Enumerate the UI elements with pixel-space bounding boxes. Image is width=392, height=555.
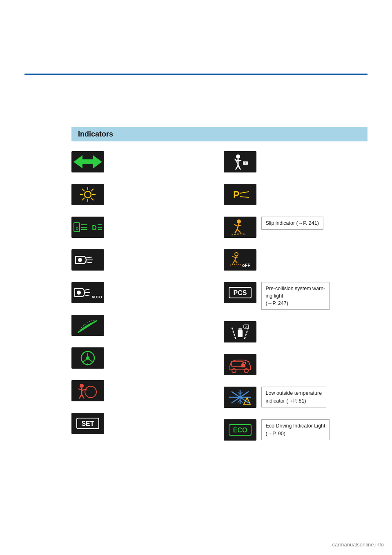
snowflake-callout: Low outside temperatureindicator (→P. 81…: [261, 387, 327, 407]
svg-line-67: [235, 257, 238, 257]
svg-line-57: [240, 197, 249, 197]
svg-point-80: [232, 369, 236, 373]
svg-point-58: [237, 219, 241, 224]
svg-line-33: [83, 359, 87, 362]
svg-text:!: !: [245, 162, 246, 165]
svg-text:P: P: [233, 189, 239, 200]
svg-text:!: !: [246, 400, 247, 404]
svg-line-27: [85, 295, 89, 296]
svg-line-66: [232, 256, 235, 257]
list-item: SET: [71, 413, 216, 434]
list-item: P: [224, 184, 368, 205]
svg-line-40: [79, 394, 82, 398]
svg-point-42: [85, 386, 96, 398]
seatbelt-icon: !: [224, 151, 256, 172]
indicators-title: Indicators: [78, 130, 113, 139]
svg-marker-1: [82, 155, 102, 168]
parking-brake-icon: P: [224, 184, 256, 205]
slip-indicator-icon: [224, 217, 256, 238]
set-icon: SET: [71, 413, 104, 434]
svg-text:!: !: [87, 362, 89, 367]
list-item: [71, 315, 216, 336]
lane-assist-icon: A: [224, 321, 256, 342]
indicators-grid: D D: [71, 151, 368, 441]
eco-icon: ECO: [224, 419, 256, 441]
svg-text:D: D: [92, 224, 97, 231]
svg-point-64: [235, 253, 238, 256]
list-item: !: [71, 347, 216, 369]
svg-text:ECO: ECO: [233, 427, 247, 434]
svg-point-36: [80, 384, 84, 388]
svg-line-65: [235, 256, 236, 260]
svg-line-10: [82, 198, 85, 200]
svg-line-60: [234, 224, 237, 226]
slip-callout: Slip indicator (→P. 241): [261, 217, 323, 230]
svg-rect-82: [241, 364, 245, 367]
headlight-icon: [71, 249, 104, 271]
svg-rect-76: [238, 328, 242, 331]
watermark: carmanualsonline.info: [332, 542, 384, 548]
svg-line-34: [89, 359, 93, 362]
list-item: [71, 184, 216, 205]
list-item: oFF: [224, 249, 368, 271]
svg-line-62: [235, 229, 237, 233]
svg-text:A: A: [245, 325, 247, 328]
list-item: PCS Pre-collision system warn-ing light(…: [224, 282, 368, 310]
list-item: !: [224, 151, 368, 172]
svg-line-41: [82, 394, 84, 398]
top-blue-line: [24, 74, 368, 75]
svg-text:SET: SET: [81, 420, 94, 427]
auto-headlight-icon: AUTO: [71, 282, 104, 303]
right-column: ! P: [224, 151, 368, 441]
svg-line-69: [235, 260, 237, 263]
list-item: Slip indicator (→P. 241): [224, 217, 368, 238]
svg-line-25: [85, 289, 89, 290]
light-icon: [71, 184, 104, 205]
list-item: [71, 151, 216, 172]
svg-line-9: [91, 189, 94, 191]
list-item: A: [224, 321, 368, 342]
car-lock-icon: [224, 354, 256, 375]
pcs-icon: PCS: [224, 282, 256, 303]
list-item: [71, 249, 216, 271]
svg-point-31: [86, 356, 89, 360]
left-column: D D: [71, 151, 216, 441]
svg-point-46: [236, 154, 240, 159]
svg-line-73: [232, 327, 236, 339]
list-item: [71, 380, 216, 401]
snowflake-icon: !: [224, 387, 256, 408]
svg-line-43: [86, 389, 87, 390]
svg-line-63: [237, 229, 241, 233]
svg-point-20: [78, 258, 82, 262]
svg-text:AUTO: AUTO: [91, 295, 102, 299]
list-item: ECO Eco Driving Indicator Light(→P. 90): [224, 419, 368, 441]
pcs-callout: Pre-collision system warn-ing light(→P. …: [261, 282, 330, 310]
list-item: D D: [71, 217, 216, 238]
svg-text:D: D: [76, 226, 79, 231]
svg-line-21: [86, 257, 92, 258]
list-item: [224, 354, 368, 375]
list-item: ! Low outside temperatureindicator (→P. …: [224, 387, 368, 408]
page: Indicators: [0, 0, 392, 555]
turn-signals-icon: [71, 151, 104, 172]
eco-callout: Eco Driving Indicator Light(→P. 90): [261, 419, 330, 440]
svg-text:oFF: oFF: [242, 263, 250, 268]
vsc-off-icon: oFF: [224, 249, 256, 271]
drl-icon: D D: [71, 217, 104, 238]
svg-line-68: [233, 260, 235, 264]
svg-line-7: [82, 189, 85, 191]
svg-point-24: [77, 291, 81, 295]
svg-point-2: [85, 191, 91, 198]
svg-line-8: [91, 198, 94, 200]
svg-point-81: [244, 369, 248, 373]
list-item: AUTO: [71, 282, 216, 303]
svg-line-50: [236, 166, 238, 170]
svg-line-59: [237, 224, 239, 229]
indicators-header: Indicators: [71, 127, 368, 141]
airbag-icon: [71, 380, 104, 401]
svg-text:PCS: PCS: [233, 289, 247, 296]
svg-line-56: [240, 192, 249, 193]
power-steering-icon: !: [71, 347, 104, 369]
wiper-icon: [71, 315, 104, 336]
svg-line-23: [86, 262, 92, 263]
